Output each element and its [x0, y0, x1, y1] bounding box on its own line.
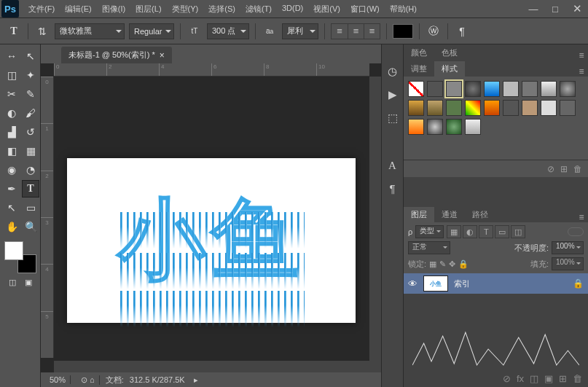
align-left-button[interactable]: ≡	[332, 24, 348, 39]
history-brush-tool[interactable]: ↺	[22, 123, 39, 141]
antialias-select[interactable]: 犀利	[282, 23, 318, 39]
zoom-tool[interactable]: 🔍	[22, 218, 39, 235]
foreground-color[interactable]	[4, 241, 23, 260]
layers-menu-icon[interactable]: ≡	[575, 212, 588, 222]
menu-edit[interactable]: 编辑(E)	[60, 1, 97, 17]
font-style-select[interactable]: Regular	[129, 23, 174, 39]
pen-tool[interactable]: ✒	[3, 180, 20, 198]
adjustments-tab[interactable]: 调整	[404, 61, 434, 77]
style-swatch[interactable]	[503, 100, 519, 116]
magic-wand-tool[interactable]: ✦	[22, 66, 39, 84]
blur-tool[interactable]: ◉	[3, 161, 20, 179]
style-swatch[interactable]	[408, 100, 424, 116]
blend-mode-select[interactable]: 正常	[408, 241, 450, 254]
arrow-tool[interactable]: ↖	[22, 47, 39, 65]
visibility-icon[interactable]: 👁	[408, 278, 418, 289]
text-tool-icon[interactable]: T	[6, 23, 22, 39]
doc-info-chevron-icon[interactable]: ▸	[194, 375, 198, 385]
tab-close-icon[interactable]: ×	[160, 50, 165, 60]
filter-pixel-icon[interactable]: ▦	[447, 225, 461, 238]
link-layers-icon[interactable]: ⊘	[503, 373, 511, 384]
path-select-tool[interactable]: ↖	[3, 199, 20, 216]
style-swatch[interactable]	[541, 100, 557, 116]
lock-transparency-icon[interactable]: ▦	[429, 259, 436, 269]
quickmask-toggle[interactable]: ◫	[5, 276, 20, 288]
filter-toggle[interactable]	[568, 227, 584, 236]
text-color-chip[interactable]	[393, 24, 413, 39]
style-swatch[interactable]	[560, 100, 576, 116]
style-swatch[interactable]	[484, 81, 500, 97]
menu-file[interactable]: 文件(F)	[23, 1, 60, 17]
style-swatch[interactable]	[427, 119, 443, 135]
eyedropper-tool[interactable]: ✎	[22, 85, 39, 103]
actions-panel-icon[interactable]: ▶	[388, 88, 397, 101]
crop-tool[interactable]: ✂	[3, 85, 20, 103]
channels-tab[interactable]: 通道	[434, 207, 465, 222]
new-group-icon[interactable]: ▣	[544, 373, 553, 384]
menu-help[interactable]: 帮助(H)	[385, 1, 422, 17]
swatches-tab[interactable]: 色板	[434, 45, 465, 60]
align-center-button[interactable]: ≡	[348, 24, 364, 39]
warp-text-icon[interactable]: ⓦ	[426, 23, 442, 39]
window-maximize[interactable]: □	[544, 0, 566, 18]
style-swatch[interactable]	[503, 81, 519, 97]
align-right-button[interactable]: ≡	[364, 24, 380, 39]
style-swatch[interactable]	[446, 119, 462, 135]
eraser-tool[interactable]: ◧	[3, 142, 20, 160]
style-clear-icon[interactable]: ⊘	[547, 164, 554, 174]
zoom-level[interactable]: 50%	[45, 375, 71, 384]
menu-layer[interactable]: 图层(L)	[130, 1, 166, 17]
style-swatch[interactable]	[408, 81, 424, 97]
menu-window[interactable]: 窗口(W)	[345, 1, 385, 17]
style-new-icon[interactable]: ⊞	[560, 164, 568, 174]
text-orientation-icon[interactable]: ⇅	[34, 23, 50, 39]
style-swatch[interactable]	[522, 100, 538, 116]
menu-view[interactable]: 视图(V)	[308, 1, 345, 17]
style-swatch[interactable]	[465, 81, 481, 97]
scrollbar-vertical[interactable]	[369, 77, 381, 361]
window-close[interactable]: ✕	[566, 0, 588, 18]
stamp-tool[interactable]: ▟	[3, 123, 20, 141]
paragraph-panel-icon[interactable]: ¶	[389, 182, 395, 195]
style-swatch[interactable]	[446, 81, 462, 97]
styles-tab[interactable]: 样式	[434, 61, 465, 77]
lock-pixels-icon[interactable]: ✎	[439, 259, 446, 269]
style-trash-icon[interactable]: 🗑	[573, 164, 582, 174]
paths-tab[interactable]: 路径	[465, 207, 495, 222]
menu-image[interactable]: 图像(I)	[97, 1, 130, 17]
menu-filter[interactable]: 滤镜(T)	[240, 1, 277, 17]
new-layer-icon[interactable]: ⊞	[559, 373, 567, 384]
document-tab[interactable]: 未标题-1 @ 50%(索引) * ×	[61, 47, 172, 63]
move-tool[interactable]: ↔	[3, 47, 20, 65]
type-tool[interactable]: T	[22, 180, 39, 198]
menu-select[interactable]: 选择(S)	[203, 1, 240, 17]
style-swatch[interactable]	[427, 81, 443, 97]
healing-tool[interactable]: ◐	[3, 104, 20, 122]
filter-type-select[interactable]: 类型	[415, 225, 444, 238]
filter-shape-icon[interactable]: ▭	[495, 225, 509, 238]
style-swatch[interactable]	[446, 100, 462, 116]
font-size-select[interactable]: 300 点	[207, 23, 249, 39]
style-swatch[interactable]	[465, 100, 481, 116]
style-swatch[interactable]	[484, 100, 500, 116]
hand-tool[interactable]: ✋	[3, 218, 20, 235]
screenmode-toggle[interactable]: ▣	[21, 276, 36, 288]
history-panel-icon[interactable]: ◷	[388, 65, 397, 78]
dodge-tool[interactable]: ◔	[22, 161, 39, 179]
layer-name[interactable]: 索引	[454, 278, 470, 289]
layer-mask-icon[interactable]: ◫	[530, 373, 538, 384]
style-swatch[interactable]	[560, 81, 576, 97]
status-icons[interactable]: ⊙ ⌂	[77, 375, 100, 385]
filter-type-icon[interactable]: T	[479, 225, 493, 238]
style-swatch[interactable]	[522, 81, 538, 97]
style-swatch[interactable]	[541, 81, 557, 97]
brush-tool[interactable]: 🖌	[22, 104, 39, 122]
style-swatch[interactable]	[408, 119, 424, 135]
font-family-select[interactable]: 微软雅黑	[55, 23, 125, 39]
color-swatches[interactable]	[4, 241, 36, 273]
filter-adjust-icon[interactable]: ◐	[463, 225, 477, 238]
3d-panel-icon[interactable]: ⬚	[388, 112, 398, 125]
fill-input[interactable]: 100%	[552, 257, 584, 270]
character-panel-icon[interactable]: ¶	[454, 23, 470, 39]
color-tab[interactable]: 颜色	[404, 45, 434, 60]
